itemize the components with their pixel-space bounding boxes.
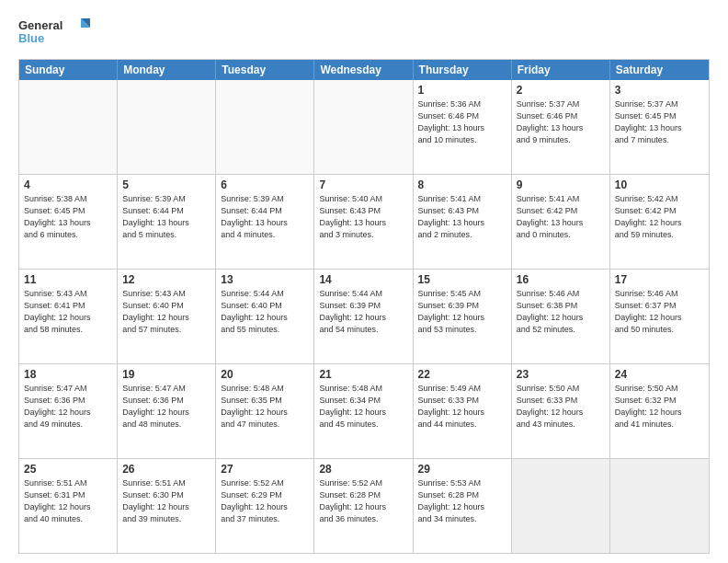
day-cell-28: 28Sunrise: 5:52 AM Sunset: 6:28 PM Dayli… <box>314 459 413 553</box>
cell-text: Sunrise: 5:48 AM Sunset: 6:35 PM Dayligh… <box>221 384 288 428</box>
day-number: 2 <box>517 83 605 98</box>
day-cell-16: 16Sunrise: 5:46 AM Sunset: 6:38 PM Dayli… <box>512 270 610 363</box>
cell-text: Sunrise: 5:39 AM Sunset: 6:44 PM Dayligh… <box>122 194 189 238</box>
header-day-tuesday: Tuesday <box>216 60 314 80</box>
day-number: 28 <box>319 462 407 477</box>
day-cell-20: 20Sunrise: 5:48 AM Sunset: 6:35 PM Dayli… <box>216 364 314 458</box>
day-cell-7: 7Sunrise: 5:40 AM Sunset: 6:43 PM Daylig… <box>314 175 413 269</box>
day-number: 19 <box>122 367 210 382</box>
cell-text: Sunrise: 5:52 AM Sunset: 6:29 PM Dayligh… <box>221 478 288 523</box>
cell-text: Sunrise: 5:51 AM Sunset: 6:31 PM Dayligh… <box>24 478 91 523</box>
cell-text: Sunrise: 5:49 AM Sunset: 6:33 PM Dayligh… <box>418 384 485 428</box>
day-cell-2: 2Sunrise: 5:37 AM Sunset: 6:46 PM Daylig… <box>512 80 610 174</box>
day-number: 4 <box>24 178 112 192</box>
day-number: 25 <box>24 462 112 477</box>
header-day-friday: Friday <box>512 60 610 80</box>
cell-text: Sunrise: 5:43 AM Sunset: 6:41 PM Dayligh… <box>24 289 91 333</box>
day-cell-1: 1Sunrise: 5:36 AM Sunset: 6:46 PM Daylig… <box>414 80 512 174</box>
day-cell-21: 21Sunrise: 5:48 AM Sunset: 6:34 PM Dayli… <box>314 364 413 458</box>
day-number: 26 <box>122 462 210 477</box>
cell-text: Sunrise: 5:52 AM Sunset: 6:28 PM Dayligh… <box>319 478 386 523</box>
empty-cell-r0c2 <box>216 80 314 174</box>
calendar: SundayMondayTuesdayWednesdayThursdayFrid… <box>18 59 710 554</box>
cell-text: Sunrise: 5:47 AM Sunset: 6:36 PM Dayligh… <box>122 384 189 428</box>
svg-text:General: General <box>18 18 63 32</box>
logo: General Blue <box>18 15 92 52</box>
empty-cell-r0c0 <box>19 80 118 174</box>
header-day-monday: Monday <box>118 60 216 80</box>
calendar-row-0: 1Sunrise: 5:36 AM Sunset: 6:46 PM Daylig… <box>19 80 709 175</box>
day-number: 10 <box>615 178 704 192</box>
day-cell-5: 5Sunrise: 5:39 AM Sunset: 6:44 PM Daylig… <box>118 175 216 269</box>
cell-text: Sunrise: 5:53 AM Sunset: 6:28 PM Dayligh… <box>418 478 485 523</box>
day-number: 5 <box>122 178 210 192</box>
day-number: 16 <box>517 272 605 287</box>
day-cell-4: 4Sunrise: 5:38 AM Sunset: 6:45 PM Daylig… <box>19 175 118 269</box>
day-number: 7 <box>319 178 407 192</box>
day-number: 8 <box>418 178 506 192</box>
day-cell-19: 19Sunrise: 5:47 AM Sunset: 6:36 PM Dayli… <box>118 364 216 458</box>
header-day-thursday: Thursday <box>414 60 512 80</box>
day-number: 17 <box>615 272 704 287</box>
cell-text: Sunrise: 5:41 AM Sunset: 6:43 PM Dayligh… <box>418 194 485 238</box>
day-number: 27 <box>221 462 309 477</box>
cell-text: Sunrise: 5:44 AM Sunset: 6:39 PM Dayligh… <box>319 289 386 333</box>
day-number: 20 <box>221 367 309 382</box>
cell-text: Sunrise: 5:48 AM Sunset: 6:34 PM Dayligh… <box>319 384 386 428</box>
page: General Blue SundayMondayTuesdayWednesda… <box>0 0 728 563</box>
svg-text:Blue: Blue <box>18 31 44 45</box>
calendar-body: 1Sunrise: 5:36 AM Sunset: 6:46 PM Daylig… <box>19 80 709 553</box>
day-number: 22 <box>418 367 506 382</box>
day-number: 13 <box>221 272 309 287</box>
cell-text: Sunrise: 5:51 AM Sunset: 6:30 PM Dayligh… <box>122 478 189 523</box>
calendar-row-3: 18Sunrise: 5:47 AM Sunset: 6:36 PM Dayli… <box>19 364 709 459</box>
day-cell-9: 9Sunrise: 5:41 AM Sunset: 6:42 PM Daylig… <box>512 175 610 269</box>
day-cell-22: 22Sunrise: 5:49 AM Sunset: 6:33 PM Dayli… <box>414 364 512 458</box>
day-cell-13: 13Sunrise: 5:44 AM Sunset: 6:40 PM Dayli… <box>216 270 314 363</box>
day-cell-18: 18Sunrise: 5:47 AM Sunset: 6:36 PM Dayli… <box>19 364 118 458</box>
calendar-row-2: 11Sunrise: 5:43 AM Sunset: 6:41 PM Dayli… <box>19 270 709 364</box>
header: General Blue <box>18 15 710 52</box>
day-cell-23: 23Sunrise: 5:50 AM Sunset: 6:33 PM Dayli… <box>512 364 610 458</box>
header-day-sunday: Sunday <box>19 60 118 80</box>
cell-text: Sunrise: 5:50 AM Sunset: 6:32 PM Dayligh… <box>615 384 682 428</box>
day-cell-3: 3Sunrise: 5:37 AM Sunset: 6:45 PM Daylig… <box>610 80 709 174</box>
day-number: 12 <box>122 272 210 287</box>
header-day-wednesday: Wednesday <box>314 60 413 80</box>
day-cell-24: 24Sunrise: 5:50 AM Sunset: 6:32 PM Dayli… <box>610 364 709 458</box>
day-number: 1 <box>418 83 506 98</box>
empty-cell-r0c1 <box>118 80 216 174</box>
calendar-row-1: 4Sunrise: 5:38 AM Sunset: 6:45 PM Daylig… <box>19 175 709 270</box>
cell-text: Sunrise: 5:46 AM Sunset: 6:38 PM Dayligh… <box>517 289 584 333</box>
cell-text: Sunrise: 5:39 AM Sunset: 6:44 PM Dayligh… <box>221 194 288 238</box>
cell-text: Sunrise: 5:40 AM Sunset: 6:43 PM Dayligh… <box>319 194 386 238</box>
day-number: 9 <box>517 178 605 192</box>
day-cell-15: 15Sunrise: 5:45 AM Sunset: 6:39 PM Dayli… <box>414 270 512 363</box>
empty-cell-r4c6 <box>610 459 709 553</box>
day-cell-8: 8Sunrise: 5:41 AM Sunset: 6:43 PM Daylig… <box>414 175 512 269</box>
day-cell-25: 25Sunrise: 5:51 AM Sunset: 6:31 PM Dayli… <box>19 459 118 553</box>
cell-text: Sunrise: 5:45 AM Sunset: 6:39 PM Dayligh… <box>418 289 485 333</box>
day-cell-12: 12Sunrise: 5:43 AM Sunset: 6:40 PM Dayli… <box>118 270 216 363</box>
calendar-row-4: 25Sunrise: 5:51 AM Sunset: 6:31 PM Dayli… <box>19 459 709 553</box>
header-day-saturday: Saturday <box>610 60 709 80</box>
day-cell-17: 17Sunrise: 5:46 AM Sunset: 6:37 PM Dayli… <box>610 270 709 363</box>
cell-text: Sunrise: 5:42 AM Sunset: 6:42 PM Dayligh… <box>615 194 682 238</box>
day-cell-29: 29Sunrise: 5:53 AM Sunset: 6:28 PM Dayli… <box>414 459 512 553</box>
day-number: 29 <box>418 462 506 477</box>
day-number: 15 <box>418 272 506 287</box>
cell-text: Sunrise: 5:37 AM Sunset: 6:46 PM Dayligh… <box>517 99 584 144</box>
cell-text: Sunrise: 5:46 AM Sunset: 6:37 PM Dayligh… <box>615 289 682 333</box>
day-cell-10: 10Sunrise: 5:42 AM Sunset: 6:42 PM Dayli… <box>610 175 709 269</box>
day-number: 21 <box>319 367 407 382</box>
day-cell-14: 14Sunrise: 5:44 AM Sunset: 6:39 PM Dayli… <box>314 270 413 363</box>
calendar-header: SundayMondayTuesdayWednesdayThursdayFrid… <box>19 60 709 80</box>
day-number: 3 <box>615 83 704 98</box>
day-cell-11: 11Sunrise: 5:43 AM Sunset: 6:41 PM Dayli… <box>19 270 118 363</box>
cell-text: Sunrise: 5:37 AM Sunset: 6:45 PM Dayligh… <box>615 99 682 144</box>
day-cell-6: 6Sunrise: 5:39 AM Sunset: 6:44 PM Daylig… <box>216 175 314 269</box>
cell-text: Sunrise: 5:44 AM Sunset: 6:40 PM Dayligh… <box>221 289 288 333</box>
day-number: 11 <box>24 272 112 287</box>
day-number: 23 <box>517 367 605 382</box>
cell-text: Sunrise: 5:36 AM Sunset: 6:46 PM Dayligh… <box>418 99 485 144</box>
